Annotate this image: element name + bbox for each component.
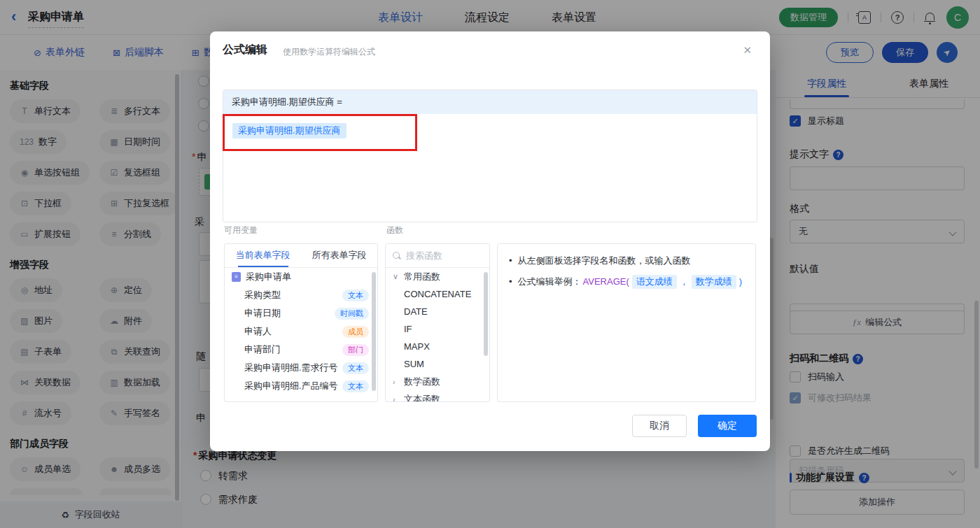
variable-row[interactable]: 申请日期时间戳 (225, 304, 377, 322)
chevron-down-icon: ∨ (393, 272, 400, 281)
variable-row[interactable]: 采购申请明细.产品编号文本 (225, 377, 377, 395)
function-item[interactable]: IF (386, 320, 489, 338)
function-item[interactable]: MAPX (386, 338, 489, 355)
type-badge: 文本 (342, 380, 369, 392)
variables-scrollbar[interactable] (372, 272, 376, 391)
variables-panel: 当前表单字段 所有表单字段 ≡ 采购申请单 采购类型文本 申请日期时间戳 申请人… (224, 243, 378, 402)
bullet: • (509, 254, 512, 268)
tab-current-form-fields[interactable]: 当前表单字段 (225, 244, 301, 267)
function-group-text[interactable]: › 文本函数 (386, 390, 489, 402)
variable-row[interactable]: 申请部门部门 (225, 341, 377, 359)
chevron-right-icon: › (393, 395, 400, 403)
type-badge: 文本 (342, 362, 369, 374)
functions-scrollbar[interactable] (484, 272, 488, 356)
function-group-common[interactable]: ∨ 常用函数 (386, 268, 489, 285)
formula-token[interactable]: 采购申请明细.期望供应商 (232, 123, 346, 138)
cancel-button[interactable]: 取消 (632, 415, 687, 437)
bullet: • (509, 275, 512, 289)
hint-line-1: 从左侧面板选择字段名和函数，或输入函数 (518, 254, 691, 268)
close-icon[interactable]: ✕ (743, 44, 752, 57)
variables-panel-label: 可用变量 (224, 224, 258, 236)
hint-line-2: 公式编辑举例：AVERAGE( 语文成绩 ， 数学成绩 ) (518, 275, 743, 289)
functions-panel: ∨ 常用函数 CONCATENATE DATE IF MAPX SUM › 数学… (385, 243, 490, 402)
formula-editor-modal: 公式编辑 使用数学运算符编辑公式 ✕ 采购申请明细.期望供应商 = 采购申请明细… (210, 31, 770, 451)
type-badge: 成员 (342, 326, 369, 338)
type-badge: 文本 (342, 290, 369, 301)
search-icon (393, 252, 401, 260)
function-item[interactable]: SUM (386, 355, 489, 373)
modal-title: 公式编辑 (223, 43, 267, 57)
form-doc-icon: ≡ (232, 272, 241, 282)
chevron-right-icon: › (393, 378, 400, 386)
variable-row[interactable]: 采购类型文本 (225, 286, 377, 304)
function-group-math[interactable]: › 数学函数 (386, 373, 489, 390)
function-search (386, 244, 489, 268)
function-item[interactable]: CONCATENATE (386, 285, 489, 303)
functions-panel-label: 函数 (386, 224, 403, 236)
confirm-button[interactable]: 确定 (698, 415, 757, 437)
formula-editor: 采购申请明细.期望供应商 = 采购申请明细.期望供应商 (223, 90, 757, 222)
function-search-input[interactable] (406, 250, 476, 261)
type-badge: 部门 (342, 344, 369, 356)
variable-row[interactable]: 采购申请明细.需求行号文本 (225, 359, 377, 377)
tree-root-form[interactable]: ≡ 采购申请单 (225, 268, 377, 286)
example-chip: 语文成绩 (632, 275, 677, 289)
function-item[interactable]: DATE (386, 303, 489, 320)
example-chip: 数学成绩 (692, 275, 736, 289)
type-badge: 时间戳 (335, 308, 369, 320)
formula-target: 采购申请明细.期望供应商 = (223, 90, 757, 114)
app-window: ‹ 采购申请单 表单设计 流程设定 表单设置 数据管理 A ? C ⊘表单外链 … (0, 0, 980, 528)
variable-row[interactable]: 申请人成员 (225, 322, 377, 341)
tab-all-form-fields[interactable]: 所有表单字段 (301, 244, 377, 267)
hints-panel: • 从左侧面板选择字段名和函数，或输入函数 • 公式编辑举例：AVERAGE( … (497, 243, 756, 402)
modal-subtitle: 使用数学运算符编辑公式 (283, 46, 375, 58)
